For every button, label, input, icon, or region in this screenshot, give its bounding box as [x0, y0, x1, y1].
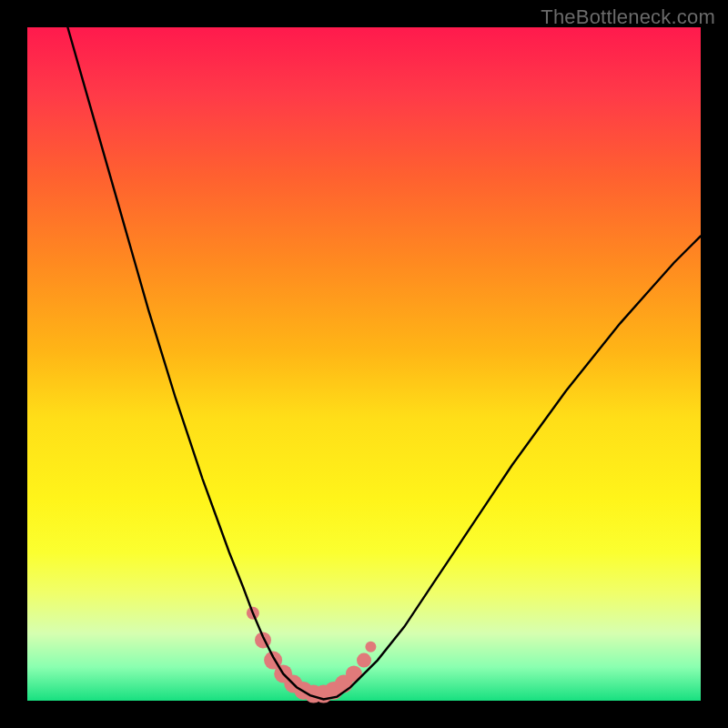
marker-dot	[357, 653, 371, 668]
watermark-text: TheBottleneck.com	[541, 5, 715, 29]
curve-layer	[27, 27, 701, 701]
marker-dot	[365, 642, 376, 652]
plot-area	[27, 27, 701, 701]
highlight-markers	[247, 607, 377, 703]
chart-frame: TheBottleneck.com	[0, 0, 728, 728]
bottleneck-curve	[67, 27, 701, 700]
